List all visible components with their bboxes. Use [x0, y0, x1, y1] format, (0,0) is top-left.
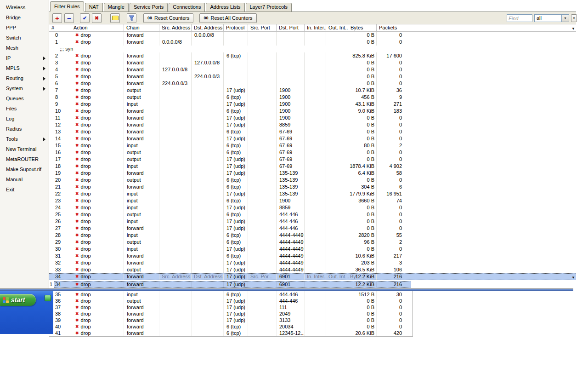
- table-row[interactable]: 27✖dropforward17 (udp)444-4460 B0: [49, 225, 576, 232]
- scroll-down-icon[interactable]: ▼: [571, 275, 576, 280]
- sidebar-item-files[interactable]: Files: [0, 104, 49, 114]
- reset-counters-button[interactable]: 00 Reset Counters: [143, 13, 193, 23]
- find-input[interactable]: [507, 14, 532, 22]
- cell-out-interface: [326, 149, 348, 156]
- sidebar-item-metarouter[interactable]: MetaROUTER: [0, 154, 49, 164]
- table-row[interactable]: 32✖dropforward17 (udp)4444-4449203 B3: [49, 259, 576, 266]
- table-row[interactable]: 40✖dropforward6 (tcp)200340 B0: [49, 323, 413, 330]
- tab-mangle[interactable]: Mangle: [104, 3, 129, 12]
- filter-button[interactable]: [127, 13, 136, 23]
- column-header-src-port[interactable]: Src. Port: [248, 24, 277, 31]
- table-row[interactable]: 35✖dropinput6 (tcp)444-4461512 B30: [49, 291, 413, 298]
- table-row[interactable]: 21✖dropforward6 (tcp)135-139304 B6: [49, 184, 576, 190]
- table-row[interactable]: 23✖dropinput6 (tcp)19003660 B74: [49, 197, 576, 204]
- enable-rule-button[interactable]: ✔: [80, 13, 90, 23]
- table-row[interactable]: 39✖dropforward17 (udp)31330 B0: [49, 317, 413, 323]
- table-row[interactable]: 33✖dropoutput17 (udp)4444-444936.5 KiB10…: [49, 266, 576, 273]
- reset-all-counters-button[interactable]: 00 Reset All Counters: [199, 13, 256, 23]
- tab-address-lists[interactable]: Address Lists: [206, 3, 244, 12]
- table-row[interactable]: 29✖dropoutput6 (tcp)4444-444996 B2: [49, 239, 576, 246]
- sidebar-item-system[interactable]: System: [0, 83, 49, 93]
- remove-rule-button[interactable]: −: [64, 13, 74, 23]
- sidebar-item-mesh[interactable]: Mesh: [0, 43, 49, 53]
- table-row[interactable]: 1✖dropforward0.0.0.0/80 B0: [49, 39, 576, 46]
- column-header-out-int[interactable]: Out. Int...: [326, 24, 348, 31]
- table-row[interactable]: 15✖dropinput6 (tcp)67-6980 B2: [49, 142, 576, 149]
- tab-connections[interactable]: Connections: [169, 3, 205, 12]
- table-row[interactable]: 41✖dropforward6 (tcp)12345-12...20.6 KiB…: [49, 330, 413, 336]
- taskbar-tray-icon[interactable]: [45, 295, 51, 301]
- table-row[interactable]: 10✖dropforward6 (tcp)19009.0 KiB183: [49, 108, 576, 115]
- sidebar-item-radius[interactable]: Radius: [0, 124, 49, 134]
- sidebar-item-ip[interactable]: IP: [0, 53, 49, 63]
- column-header-protocol[interactable]: Protocol: [224, 24, 248, 31]
- sidebar-item-log[interactable]: Log: [0, 114, 49, 124]
- table-row[interactable]: 12✖dropforward17 (udp)88590 B0: [49, 121, 576, 128]
- table-row[interactable]: 0✖dropforward0.0.0.0/80 B0: [49, 32, 576, 39]
- column-header-[interactable]: #: [49, 24, 71, 31]
- table-row[interactable]: 14✖dropforward17 (udp)67-690 B0: [49, 135, 576, 142]
- table-row[interactable]: 11✖dropforward17 (udp)19000 B0: [49, 115, 576, 121]
- table-row[interactable]: 7✖dropoutput17 (udp)190010.7 KiB36: [49, 87, 576, 94]
- sidebar-item-new-terminal[interactable]: New Terminal: [0, 144, 49, 154]
- start-button[interactable]: start: [0, 294, 36, 306]
- sidebar-item-switch[interactable]: Switch: [0, 33, 49, 43]
- table-row[interactable]: 19✖dropforward17 (udp)135-1396.4 KiB58: [49, 170, 576, 177]
- add-rule-button[interactable]: +: [52, 13, 62, 23]
- table-row[interactable]: 38✖dropforward17 (udp)20490 B0: [49, 310, 413, 317]
- table-row[interactable]: 31✖dropforward6 (tcp)4444-444910.6 KiB21…: [49, 253, 576, 259]
- table-row[interactable]: 26✖dropinput17 (udp)444-4460 B0: [49, 218, 576, 225]
- comment-button[interactable]: [110, 13, 120, 23]
- tab-filter-rules[interactable]: Filter Rules: [50, 1, 84, 12]
- scroll-up-icon[interactable]: ▼: [571, 26, 576, 31]
- table-row[interactable]: 3✖dropforward127.0.0.0/80 B0: [49, 59, 576, 66]
- table-row[interactable]: 6✖dropforward224.0.0.0/30 B0: [49, 80, 576, 87]
- disable-rule-button[interactable]: ✖: [92, 13, 102, 23]
- column-header-in-inter[interactable]: In. Inter...: [305, 24, 326, 31]
- table-row[interactable]: 22✖dropinput17 (udp)135-1391779.9 KiB16 …: [49, 190, 576, 197]
- comment-row[interactable]: ;;; syn: [49, 46, 576, 52]
- table-row[interactable]: 28✖dropinput6 (tcp)4444-44492820 B55: [49, 232, 576, 239]
- tab-nat[interactable]: NAT: [85, 3, 103, 12]
- column-header-action[interactable]: Action: [71, 24, 124, 31]
- table-row[interactable]: 5✖dropforward224.0.0.0/30 B0: [49, 73, 576, 80]
- filter-scope-dropdown[interactable]: all ▼: [534, 14, 569, 22]
- sidebar-item-tools[interactable]: Tools: [0, 134, 49, 144]
- sidebar-item-ppp[interactable]: PPP: [0, 23, 49, 33]
- sidebar-item-routing[interactable]: Routing: [0, 73, 49, 83]
- table-row[interactable]: 16✖dropoutput6 (tcp)67-690 B0: [49, 149, 576, 156]
- sidebar-item-mpls[interactable]: MPLS: [0, 63, 49, 73]
- sidebar-item-wireless[interactable]: Wireless: [0, 2, 49, 12]
- tab-service-ports[interactable]: Service Ports: [130, 3, 168, 12]
- table-row[interactable]: 20✖dropoutput6 (tcp)135-1390 B0: [49, 177, 576, 184]
- table-row[interactable]: 18✖dropinput17 (udp)67-691878.4 KiB4 902: [49, 163, 576, 170]
- column-header-src-address[interactable]: Src. Address: [159, 24, 192, 31]
- sidebar-item-make-supout-rif[interactable]: Make Supout.rif: [0, 164, 49, 174]
- table-row[interactable]: 17✖dropoutput17 (udp)67-690 B0: [49, 156, 576, 163]
- table-row[interactable]: 36✖dropoutput17 (udp)444-4460 B0: [49, 298, 413, 304]
- table-row[interactable]: 34✖dropforward17 (udp)690112.2 KiB216Src…: [49, 273, 576, 280]
- column-header-chain[interactable]: Chain: [124, 24, 159, 31]
- sidebar-item-manual[interactable]: Manual: [0, 174, 49, 184]
- table-row[interactable]: 13✖dropforward6 (tcp)67-690 B0: [49, 128, 576, 135]
- cell-in-interface: [305, 163, 326, 170]
- table-row[interactable]: 24✖dropinput17 (udp)88590 B0: [49, 204, 576, 211]
- sidebar-item-queues[interactable]: Queues: [0, 93, 49, 104]
- sidebar-item-bridge[interactable]: Bridge: [0, 12, 49, 23]
- table-row[interactable]: 37✖dropforward17 (udp)1110 B0: [49, 304, 413, 310]
- column-options-button[interactable]: ▼: [571, 14, 577, 22]
- table-row[interactable]: 25✖dropoutput6 (tcp)444-4460 B0: [49, 211, 576, 218]
- table-row[interactable]: 30✖dropinput17 (udp)4444-44490 B0: [49, 246, 576, 253]
- table-row[interactable]: 4✖dropforward127.0.0.0/80 B0: [49, 66, 576, 73]
- column-header-dst-address[interactable]: Dst. Address: [192, 24, 224, 31]
- column-header-bytes[interactable]: Bytes: [348, 24, 377, 31]
- tab-layer7-protocols[interactable]: Layer7 Protocols: [246, 3, 292, 12]
- chevron-down-icon[interactable]: ▼: [561, 15, 569, 22]
- cell-packets: 0: [377, 298, 404, 304]
- table-row[interactable]: 9✖dropinput17 (udp)190043.1 KiB271: [49, 101, 576, 108]
- column-header-dst-port[interactable]: Dst. Port: [277, 24, 305, 31]
- column-header-packets[interactable]: Packets: [377, 24, 404, 31]
- table-row[interactable]: 2✖dropforward6 (tcp)825.8 KiB17 600: [49, 52, 576, 59]
- table-row[interactable]: 8✖dropoutput6 (tcp)1900456 B9: [49, 94, 576, 101]
- sidebar-item-exit[interactable]: Exit: [0, 184, 49, 195]
